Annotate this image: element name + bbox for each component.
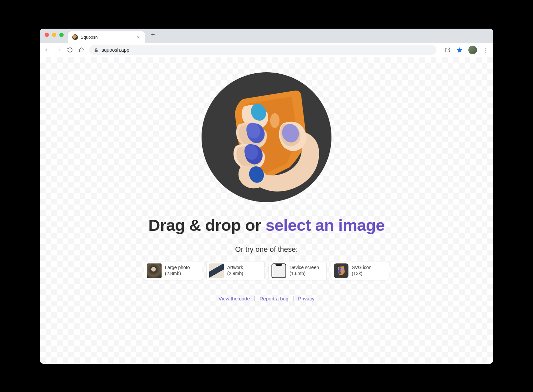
reload-button[interactable] [67, 47, 73, 53]
minimize-window-button[interactable] [52, 33, 56, 37]
favicon-icon [72, 34, 78, 40]
subheading: Or try one of these: [235, 245, 298, 254]
sample-thumbnail-icon [147, 263, 162, 278]
sample-thumbnail-icon [209, 263, 224, 278]
svg-point-11 [338, 272, 341, 274]
sample-svg-icon[interactable]: SVG icon (13k) [331, 261, 389, 280]
svg-point-12 [341, 268, 344, 271]
view-code-link[interactable]: View the code [219, 296, 250, 301]
back-button[interactable] [44, 47, 51, 53]
separator-icon [293, 296, 293, 301]
page-content[interactable]: Drag & drop or select an image Or try on… [40, 57, 493, 364]
squoosh-logo-icon [197, 67, 336, 207]
svg-point-1 [270, 113, 279, 128]
sample-label: Device screen (1.6mb) [289, 265, 319, 276]
sample-artwork[interactable]: Artwork (2.9mb) [206, 261, 265, 280]
select-image-link[interactable]: select an image [266, 216, 384, 234]
sample-label: SVG icon (13k) [352, 265, 371, 276]
tab-title: Squoosh [81, 35, 133, 40]
close-window-button[interactable] [45, 33, 49, 37]
browser-menu-button[interactable] [482, 47, 489, 53]
home-button[interactable] [78, 47, 85, 53]
headline: Drag & drop or select an image [148, 216, 384, 234]
tab-strip: Squoosh × + [40, 29, 493, 43]
sample-thumbnail-icon [334, 263, 348, 278]
browser-window: Squoosh × + squoosh.app [40, 29, 493, 364]
url-text: squoosh.app [102, 47, 129, 53]
address-bar: squoosh.app [40, 43, 493, 57]
lock-icon [94, 48, 98, 52]
report-bug-link[interactable]: Report a bug [260, 296, 288, 301]
footer-links: View the code Report a bug Privacy [219, 296, 314, 301]
close-tab-button[interactable]: × [136, 34, 141, 40]
bookmark-star-icon[interactable] [456, 47, 463, 53]
window-controls [45, 33, 64, 37]
maximize-window-button[interactable] [59, 33, 64, 37]
sample-thumbnail-icon [271, 263, 286, 278]
browser-tab[interactable]: Squoosh × [68, 31, 145, 43]
url-input[interactable]: squoosh.app [89, 45, 436, 55]
headline-prefix: Drag & drop or [148, 216, 266, 234]
sample-label: Artwork (2.9mb) [227, 265, 243, 276]
sample-device-screen[interactable]: Device screen (1.6mb) [268, 261, 327, 280]
sample-list: Large photo (2.8mb) Artwork (2.9mb) Devi… [144, 261, 389, 280]
sample-label: Large photo (2.8mb) [165, 265, 190, 276]
sample-large-photo[interactable]: Large photo (2.8mb) [144, 261, 202, 280]
profile-avatar[interactable] [468, 46, 477, 54]
separator-icon [255, 296, 255, 301]
new-tab-button[interactable]: + [148, 30, 158, 40]
forward-button[interactable] [55, 47, 62, 53]
svg-point-10 [338, 269, 341, 272]
open-external-icon[interactable] [444, 47, 451, 53]
privacy-link[interactable]: Privacy [298, 296, 314, 301]
